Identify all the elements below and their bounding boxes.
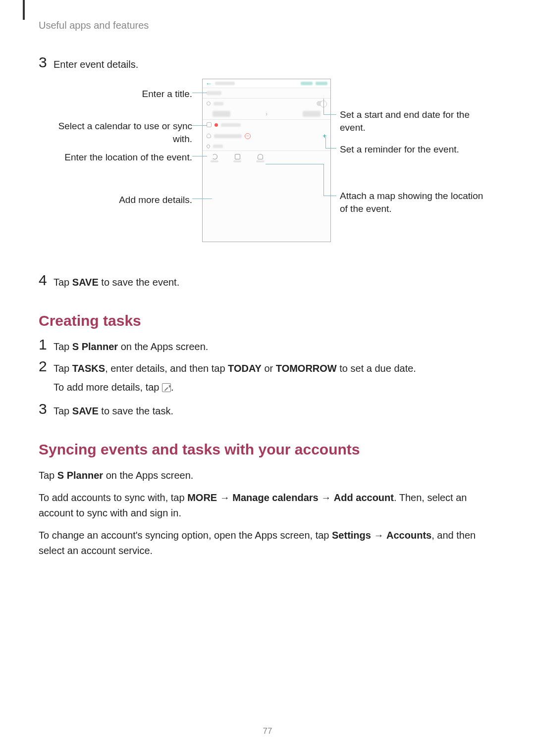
expand-icon [162, 383, 171, 392]
app-topbar: ← [203, 79, 330, 88]
callout-line [325, 148, 336, 149]
callout-line [192, 199, 212, 199]
bell-icon [207, 134, 211, 138]
map-icon [258, 154, 263, 159]
heading-syncing: Syncing events and tasks with your accou… [39, 441, 496, 458]
step-subtext: To add more details, tap . [54, 380, 416, 395]
step-number: 4 [39, 273, 54, 288]
remove-reminder-icon: − [245, 133, 251, 139]
callout-calendar: Select a calendar to use or sync with. [39, 120, 192, 145]
step-number: 3 [39, 402, 54, 416]
reminder-value-blur [214, 134, 242, 138]
icon-label-blur [211, 160, 218, 162]
note-icon [235, 154, 240, 159]
pin-icon [206, 144, 211, 149]
start-date-blur [213, 111, 230, 117]
note-detail-icon [233, 154, 241, 162]
page-content: Useful apps and features 3 Enter event d… [0, 0, 535, 558]
date-row: › [203, 108, 330, 119]
calendar-row [203, 120, 330, 130]
location-row [203, 142, 330, 151]
step-text: Tap SAVE to save the event. [54, 275, 179, 290]
end-date-blur [303, 111, 321, 117]
title-placeholder-blur [207, 91, 221, 95]
step-text: Tap S Planner on the Apps screen. [54, 339, 208, 354]
callout-line [325, 137, 326, 148]
action-blur [316, 82, 327, 85]
page-corner-mark [23, 0, 25, 20]
calendar-icon [207, 122, 212, 127]
phone-screenshot: ← › [202, 79, 331, 242]
field-blur [221, 123, 241, 127]
callout-dates: Set a start and end date for the event. [340, 108, 493, 134]
step-number: 1 [39, 337, 54, 352]
reminder-row: − + [203, 130, 330, 142]
repeat-icon [212, 154, 217, 159]
topbar-title-blur [215, 82, 235, 85]
step-text: Enter event details. [54, 57, 138, 72]
step-number: 3 [39, 55, 54, 70]
field-blur [213, 145, 223, 148]
callout-line [323, 114, 336, 115]
callout-line [323, 196, 336, 196]
title-field-row [203, 88, 330, 98]
step-number: 2 [39, 359, 54, 374]
step-3: 3 Enter event details. [39, 57, 496, 72]
sync-para-2: To add accounts to sync with, tap MORE →… [39, 490, 496, 521]
chevron-right-icon: › [266, 110, 268, 117]
tasks-step-2: 2 Tap TASKS, enter details, and then tap… [39, 361, 496, 395]
step-text: Tap TASKS, enter details, and then tap T… [54, 361, 416, 395]
callout-line [192, 93, 207, 93]
back-icon: ← [206, 80, 212, 87]
icon-label-blur [256, 160, 264, 162]
repeat-detail-icon [211, 154, 218, 162]
field-blur [214, 102, 223, 105]
allday-row [203, 99, 330, 108]
tasks-step-1: 1 Tap S Planner on the Apps screen. [39, 339, 496, 354]
callout-details: Add more details. [39, 194, 192, 206]
step-text: Tap SAVE to save the task. [54, 403, 173, 418]
allday-toggle [317, 101, 326, 106]
callout-line [192, 156, 207, 156]
event-editor-diagram: ← › [39, 79, 494, 257]
heading-creating-tasks: Creating tasks [39, 312, 496, 329]
callout-line [192, 125, 207, 126]
step-4: 4 Tap SAVE to save the event. [39, 275, 496, 290]
action-blur [301, 82, 313, 85]
icon-label-blur [233, 160, 241, 162]
callout-reminder: Set a reminder for the event. [340, 143, 493, 156]
clock-icon [207, 101, 211, 105]
topbar-actions [301, 82, 327, 85]
callout-line [266, 164, 323, 164]
callout-map: Attach a map showing the location of the… [340, 190, 493, 215]
sync-para-1: Tap S Planner on the Apps screen. [39, 468, 496, 483]
chapter-title: Useful apps and features [39, 20, 496, 31]
callout-line [323, 99, 324, 114]
calendar-color-dot [214, 123, 218, 127]
page-number: 77 [0, 726, 535, 736]
map-detail-icon [256, 154, 264, 162]
detail-icons-row [203, 151, 330, 165]
tasks-step-3: 3 Tap SAVE to save the task. [39, 403, 496, 418]
sync-para-3: To change an account's syncing option, o… [39, 528, 496, 558]
callout-line [323, 164, 324, 196]
callout-title: Enter a title. [39, 88, 192, 101]
callout-location: Enter the location of the event. [39, 151, 192, 164]
